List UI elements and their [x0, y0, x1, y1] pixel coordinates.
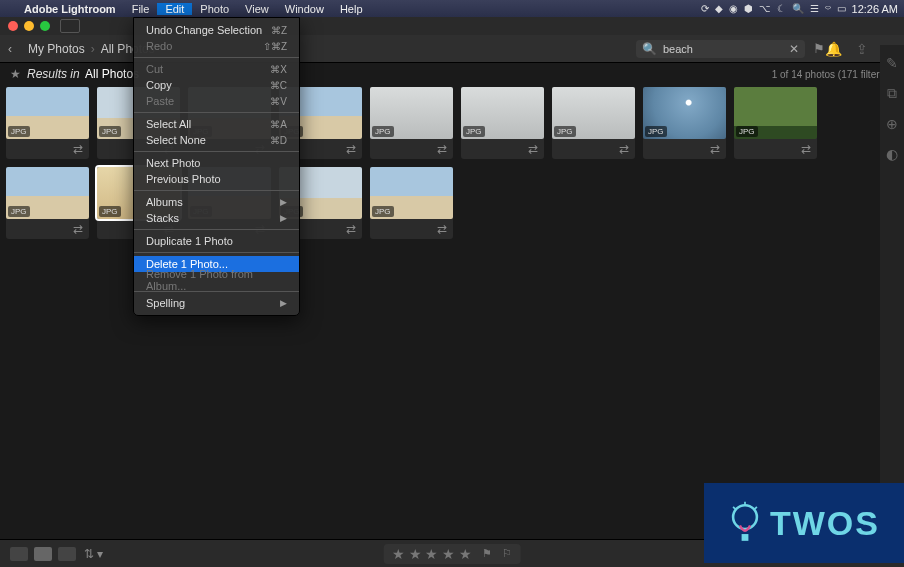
photo-thumbnail[interactable]: JPG — [6, 87, 89, 139]
photo-grid-small-button[interactable] — [10, 547, 28, 561]
battery-icon[interactable]: ▭ — [837, 3, 846, 14]
sidebar-toggle-button[interactable] — [60, 19, 80, 33]
svg-point-0 — [733, 505, 757, 529]
photo-cell[interactable]: JPG⇄ — [6, 87, 89, 159]
menu-item-next-photo[interactable]: Next Photo — [134, 155, 299, 171]
adjust-icon[interactable]: ⇄ — [710, 142, 720, 156]
window-close-button[interactable] — [8, 21, 18, 31]
photo-thumbnail[interactable]: JPG — [734, 87, 817, 139]
cc-icon[interactable]: ◉ — [729, 3, 738, 14]
menu-item-label: Undo Change Selection — [146, 24, 262, 36]
breadcrumb-root[interactable]: My Photos — [28, 42, 85, 56]
menu-photo[interactable]: Photo — [192, 3, 237, 15]
menu-item-stacks[interactable]: Stacks▶ — [134, 210, 299, 226]
menu-item-albums[interactable]: Albums▶ — [134, 194, 299, 210]
menu-window[interactable]: Window — [277, 3, 332, 15]
traffic-lights — [8, 21, 50, 31]
menu-edit[interactable]: Edit — [157, 3, 192, 15]
spotlight-icon[interactable]: 🔍 — [792, 3, 804, 14]
notifications-icon[interactable]: 🔔 — [825, 41, 842, 57]
photo-cell[interactable]: JPG⇄ — [643, 87, 726, 159]
menu-item-label: Remove 1 Photo from Album... — [146, 268, 287, 292]
photo-cell[interactable]: JPG⇄ — [734, 87, 817, 159]
photo-cell[interactable]: JPG⇄ — [552, 87, 635, 159]
adjust-icon[interactable]: ⇄ — [528, 142, 538, 156]
flag-rejected-icon[interactable]: ⚐ — [502, 547, 512, 560]
menu-item-undo-change-selection[interactable]: Undo Change Selection⌘Z — [134, 22, 299, 38]
menu-item-label: Duplicate 1 Photo — [146, 235, 233, 247]
antivirus-icon[interactable]: ⬢ — [744, 3, 753, 14]
search-input[interactable] — [663, 43, 783, 55]
adjust-icon[interactable]: ⇄ — [437, 222, 447, 236]
moon-icon[interactable]: ☾ — [777, 3, 786, 14]
photo-thumbnail[interactable]: JPG — [461, 87, 544, 139]
star-rating[interactable]: ★ ★ ★ ★ ★ — [392, 546, 473, 562]
menu-item-label: Albums — [146, 196, 183, 208]
share-icon[interactable]: ⇪ — [856, 41, 868, 57]
menu-help[interactable]: Help — [332, 3, 371, 15]
photo-thumbnail[interactable]: JPG — [552, 87, 635, 139]
menu-item-copy[interactable]: Copy⌘C — [134, 77, 299, 93]
twos-watermark: TWOS — [704, 483, 904, 563]
svg-rect-1 — [742, 534, 749, 541]
photo-thumbnail[interactable]: JPG — [370, 87, 453, 139]
square-grid-button[interactable] — [58, 547, 76, 561]
adjust-icon[interactable]: ⇄ — [437, 142, 447, 156]
photo-thumbnail[interactable]: JPG — [643, 87, 726, 139]
filter-icon[interactable]: ⚑ — [813, 41, 825, 56]
menu-item-spelling[interactable]: Spelling▶ — [134, 295, 299, 311]
format-badge: JPG — [372, 206, 394, 217]
menu-item-remove-1-photo-from-album: Remove 1 Photo from Album... — [134, 272, 299, 288]
menu-item-duplicate-1-photo[interactable]: Duplicate 1 Photo — [134, 233, 299, 249]
dropbox-icon[interactable]: ◆ — [715, 3, 723, 14]
menu-file[interactable]: File — [124, 3, 158, 15]
menu-item-select-none[interactable]: Select None⌘D — [134, 132, 299, 148]
adjust-icon[interactable]: ⇄ — [73, 222, 83, 236]
flag-picked-icon[interactable]: ⚑ — [482, 547, 492, 560]
wifi-icon[interactable]: ⌔ — [825, 3, 831, 14]
adjust-icon[interactable]: ⇄ — [73, 142, 83, 156]
photo-grid-button[interactable] — [34, 547, 52, 561]
photo-cell[interactable]: JPG⇄ — [370, 167, 453, 239]
adjust-icon[interactable]: ⇄ — [801, 142, 811, 156]
sort-button[interactable]: ⇅ ▾ — [84, 547, 103, 561]
edit-panel-icon[interactable]: ✎ — [886, 55, 898, 71]
adjust-icon[interactable]: ⇄ — [346, 142, 356, 156]
photo-cell[interactable]: JPG⇄ — [461, 87, 544, 159]
chevron-right-icon: ▶ — [280, 213, 287, 223]
menu-item-previous-photo[interactable]: Previous Photo — [134, 171, 299, 187]
menubar-clock[interactable]: 12:26 AM — [852, 3, 898, 15]
right-rail: ✎ ⧉ ⊕ ◐ — [880, 45, 904, 525]
mask-panel-icon[interactable]: ◐ — [886, 146, 898, 162]
svg-line-3 — [733, 507, 736, 510]
adjust-icon[interactable]: ⇄ — [619, 142, 629, 156]
photo-thumbnail[interactable]: JPG — [6, 167, 89, 219]
window-zoom-button[interactable] — [40, 21, 50, 31]
rating-bar[interactable]: ★ ★ ★ ★ ★ ⚑ ⚐ — [384, 544, 521, 564]
results-scope: All Photos — [85, 67, 139, 81]
switch-icon[interactable]: ⌥ — [759, 3, 771, 14]
format-badge: JPG — [645, 126, 667, 137]
menu-item-label: Spelling — [146, 297, 185, 309]
back-icon[interactable]: ‹ — [8, 42, 28, 56]
sync-icon[interactable]: ⟳ — [701, 3, 709, 14]
control-center-icon[interactable]: ☰ — [810, 3, 819, 14]
crop-panel-icon[interactable]: ⧉ — [887, 85, 897, 102]
menu-view[interactable]: View — [237, 3, 277, 15]
window-minimize-button[interactable] — [24, 21, 34, 31]
heal-panel-icon[interactable]: ⊕ — [886, 116, 898, 132]
edit-dropdown-menu[interactable]: Undo Change Selection⌘ZRedo⇧⌘ZCut⌘XCopy⌘… — [133, 17, 300, 316]
cell-footer: ⇄ — [370, 219, 453, 239]
menu-item-select-all[interactable]: Select All⌘A — [134, 116, 299, 132]
clear-search-icon[interactable]: ✕ — [789, 42, 799, 56]
photo-cell[interactable]: JPG⇄ — [370, 87, 453, 159]
photo-cell[interactable]: JPG⇄ — [6, 167, 89, 239]
star-filter-icon[interactable]: ★ — [10, 67, 21, 81]
photo-thumbnail[interactable]: JPG — [370, 167, 453, 219]
adjust-icon[interactable]: ⇄ — [346, 222, 356, 236]
search-field[interactable]: 🔍 ✕ — [636, 40, 805, 58]
menu-item-label: Paste — [146, 95, 174, 107]
chevron-right-icon: ▶ — [280, 298, 287, 308]
menu-shortcut: ⌘D — [270, 135, 287, 146]
format-badge: JPG — [99, 126, 121, 137]
